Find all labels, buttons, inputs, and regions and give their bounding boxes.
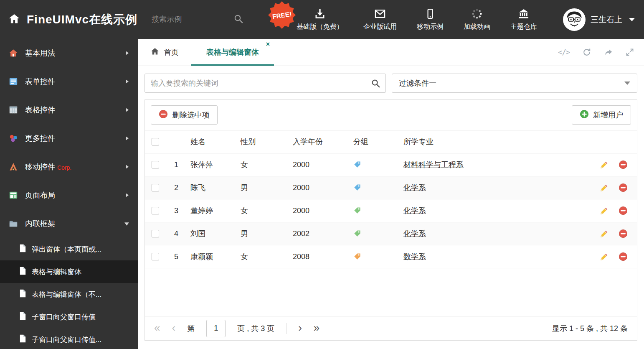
row-checkbox[interactable] bbox=[152, 184, 159, 191]
delete-icon[interactable] bbox=[619, 229, 628, 238]
tab-home[interactable]: 首页 bbox=[138, 39, 191, 66]
edit-icon[interactable] bbox=[600, 252, 609, 261]
page-number-input[interactable] bbox=[206, 320, 226, 337]
row-checkbox[interactable] bbox=[152, 253, 159, 260]
column-header-group: 分组 bbox=[347, 130, 398, 153]
table-row[interactable]: 1 张萍萍 女 2000 材料科学与工程系 bbox=[145, 153, 637, 176]
sidebar-item-basic-usage[interactable]: 基本用法 bbox=[0, 39, 138, 67]
select-all-checkbox[interactable] bbox=[152, 138, 159, 145]
sidebar-item-inline-frame[interactable]: 内联框架 bbox=[0, 209, 138, 238]
chevron-right-icon bbox=[124, 136, 129, 141]
keyword-search-input[interactable] bbox=[145, 79, 365, 88]
sidebar-item-page-layout[interactable]: 页面布局 bbox=[0, 181, 138, 209]
delete-icon[interactable] bbox=[619, 252, 628, 261]
keyword-search-box bbox=[145, 74, 386, 93]
menu-item-theme-repo[interactable]: 主题仓库 bbox=[510, 8, 537, 31]
code-icon[interactable]: </> bbox=[558, 48, 570, 56]
table-row[interactable]: 5 康颖颖 女 2008 数学系 bbox=[145, 245, 637, 268]
expand-icon[interactable] bbox=[626, 48, 634, 56]
delete-icon[interactable] bbox=[619, 206, 628, 215]
major-link[interactable]: 化学系 bbox=[403, 206, 426, 215]
sidebar-item-label: 内联框架 bbox=[25, 219, 55, 229]
sidebar-subitem-grid-edit-window-2[interactable]: 表格与编辑窗体（不... bbox=[0, 283, 138, 306]
table-empty-space bbox=[145, 268, 637, 316]
sidebar-item-grid-controls[interactable]: 表格控件 bbox=[0, 96, 138, 124]
brand[interactable]: FineUIMvc在线示例 bbox=[0, 12, 137, 28]
major-link[interactable]: 化学系 bbox=[403, 229, 426, 238]
share-icon[interactable] bbox=[604, 48, 613, 57]
column-header-gender: 性别 bbox=[235, 130, 287, 153]
delete-selected-button[interactable]: 删除选中项 bbox=[151, 105, 218, 125]
tab-actions: </> bbox=[558, 39, 644, 66]
sidebar-subitem-popup-window[interactable]: 弹出窗体（本页面或... bbox=[0, 238, 138, 260]
minus-circle-icon bbox=[159, 110, 168, 121]
cell-gender: 男 bbox=[235, 176, 287, 199]
table-row[interactable]: 2 陈飞 男 2000 化学系 bbox=[145, 176, 637, 199]
tag-icon bbox=[353, 183, 361, 191]
cell-name: 张萍萍 bbox=[185, 153, 235, 176]
row-checkbox[interactable] bbox=[152, 207, 159, 214]
prev-page-button[interactable]: ‹ bbox=[172, 322, 175, 333]
sidebar-item-more-controls[interactable]: 更多控件 bbox=[0, 124, 138, 153]
tab-bar: 首页 表格与编辑窗体 × </> bbox=[138, 39, 644, 66]
add-user-button[interactable]: 新增用户 bbox=[572, 105, 631, 125]
page-suffix-label: 页 , 共 3 页 bbox=[237, 324, 274, 334]
sidebar-subitem-child-to-parent-2[interactable]: 子窗口向父窗口传值... bbox=[0, 328, 138, 349]
row-number: 3 bbox=[166, 199, 185, 222]
user-menu[interactable]: 三生石上 bbox=[563, 8, 644, 31]
major-link[interactable]: 材料科学与工程系 bbox=[403, 160, 464, 169]
row-checkbox[interactable] bbox=[152, 161, 159, 168]
avatar[interactable] bbox=[563, 8, 586, 31]
table-row[interactable]: 4 刘国 男 2002 化学系 bbox=[145, 222, 637, 245]
sidebar-subitem-grid-edit-window[interactable]: 表格与编辑窗体 bbox=[0, 260, 138, 283]
menu-item-loading-animation[interactable]: 加载动画 bbox=[464, 8, 490, 31]
delete-icon[interactable] bbox=[619, 183, 628, 192]
header-search-input[interactable] bbox=[152, 15, 214, 24]
home-icon bbox=[8, 13, 21, 26]
home-icon bbox=[150, 47, 160, 58]
edit-icon[interactable] bbox=[600, 160, 609, 169]
corp-badge: Corp. bbox=[57, 164, 71, 171]
row-number: 5 bbox=[166, 245, 185, 268]
header-menu: FREE! 基础版（免费） 企业版试用 移动示例 bbox=[297, 8, 545, 31]
last-page-button[interactable]: » bbox=[314, 322, 319, 333]
major-link[interactable]: 数学系 bbox=[403, 252, 426, 261]
edit-icon[interactable] bbox=[600, 206, 609, 215]
cell-year: 2008 bbox=[287, 245, 347, 268]
search-icon[interactable] bbox=[233, 14, 243, 25]
file-icon bbox=[19, 334, 26, 345]
tab-grid-edit-window[interactable]: 表格与编辑窗体 × bbox=[191, 39, 274, 66]
search-icon[interactable] bbox=[365, 74, 385, 92]
table-row[interactable]: 3 董婷婷 女 2000 化学系 bbox=[145, 199, 637, 222]
edit-icon[interactable] bbox=[600, 183, 609, 192]
sidebar-item-form-controls[interactable]: 表单控件 bbox=[0, 67, 138, 96]
data-table: 姓名 性别 入学年份 分组 所学专业 1 张萍萍 女 2000 材料科学与工程系 bbox=[145, 130, 637, 268]
sidebar-subitem-child-to-parent[interactable]: 子窗口向父窗口传值 bbox=[0, 306, 138, 328]
tag-icon bbox=[353, 252, 361, 260]
cell-name: 刘国 bbox=[185, 222, 235, 245]
menu-item-enterprise-trial[interactable]: 企业版试用 bbox=[363, 8, 397, 31]
menu-item-label: 基础版（免费） bbox=[297, 23, 343, 31]
file-icon bbox=[19, 312, 26, 322]
major-link[interactable]: 化学系 bbox=[403, 183, 426, 192]
first-page-button[interactable]: « bbox=[154, 322, 160, 333]
table-header-row: 姓名 性别 入学年份 分组 所学专业 bbox=[145, 130, 637, 153]
sidebar-item-mobile-controls[interactable]: 移动控件 Corp. bbox=[0, 153, 138, 181]
column-header-year: 入学年份 bbox=[287, 130, 347, 153]
delete-icon[interactable] bbox=[619, 160, 628, 169]
refresh-icon[interactable] bbox=[582, 48, 591, 57]
menu-item-basic-edition[interactable]: FREE! 基础版（免费） bbox=[297, 8, 343, 31]
edit-icon[interactable] bbox=[600, 229, 609, 238]
next-page-button[interactable]: › bbox=[298, 322, 302, 333]
cell-gender: 女 bbox=[235, 153, 287, 176]
menu-item-label: 主题仓库 bbox=[510, 23, 537, 31]
close-icon[interactable]: × bbox=[266, 41, 270, 48]
chevron-right-icon bbox=[124, 51, 129, 56]
sidebar-subitem-label: 子窗口向父窗口传值... bbox=[32, 335, 101, 344]
spinner-icon bbox=[471, 8, 483, 20]
filter-dropdown[interactable]: 过滤条件一 bbox=[392, 74, 637, 93]
sidebar-item-label: 基本用法 bbox=[25, 48, 55, 58]
row-checkbox[interactable] bbox=[152, 230, 159, 237]
menu-item-mobile-demo[interactable]: 移动示例 bbox=[417, 8, 444, 31]
sidebar-item-label: 移动控件 bbox=[25, 162, 55, 172]
